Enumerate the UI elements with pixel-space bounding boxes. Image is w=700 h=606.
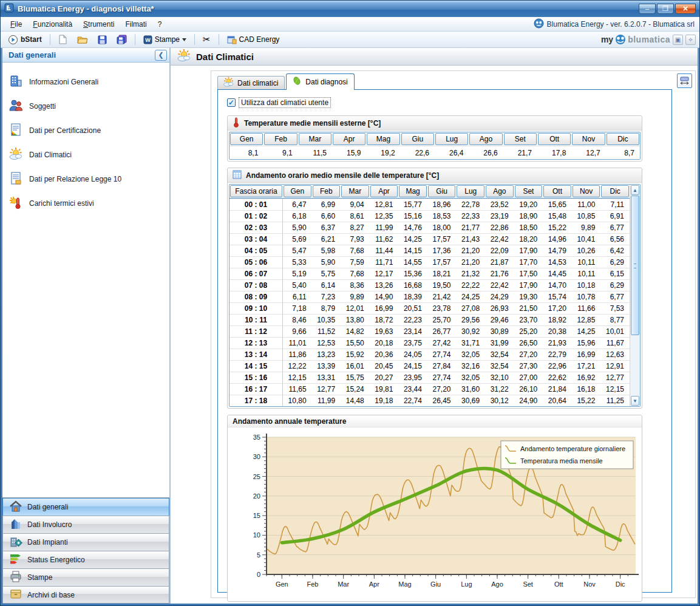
month-header-cell[interactable]: Giu <box>428 185 456 197</box>
hourly-temperature-cell[interactable]: 27,00 <box>514 372 543 383</box>
save-button[interactable] <box>94 33 110 46</box>
month-header-cell[interactable]: Apr <box>370 185 398 197</box>
hourly-temperature-cell[interactable]: 17,20 <box>543 302 572 314</box>
month-header-cell[interactable]: Ago <box>469 133 502 145</box>
hourly-temperature-cell[interactable]: 22,79 <box>543 349 572 360</box>
hourly-temperature-cell[interactable]: 10,35 <box>312 314 341 325</box>
hourly-temperature-cell[interactable]: 18,72 <box>370 314 399 325</box>
hourly-temperature-cell[interactable]: 11,99 <box>312 395 341 406</box>
hourly-temperature-cell[interactable]: 12,77 <box>312 383 341 395</box>
hourly-temperature-cell[interactable]: 26,45 <box>427 395 457 406</box>
hourly-temperature-cell[interactable]: 18,96 <box>427 199 457 210</box>
scrollbar-thumb[interactable] <box>631 196 639 335</box>
save-all-button[interactable] <box>113 33 131 46</box>
hourly-temperature-cell[interactable]: 17,90 <box>514 279 543 291</box>
hourly-temperature-cell[interactable]: 30,92 <box>456 325 485 337</box>
hourly-temperature-cell[interactable]: 15,65 <box>543 199 572 210</box>
sidebar-item-2[interactable]: Dati per Certificazione <box>8 118 169 143</box>
hourly-temperature-cell[interactable]: 30,69 <box>456 395 485 406</box>
hourly-temperature-cell[interactable]: 14,25 <box>398 233 427 245</box>
hourly-temperature-cell[interactable]: 10,18 <box>572 279 601 291</box>
hourly-temperature-cell[interactable]: 17,57 <box>427 233 457 245</box>
month-header-cell[interactable]: Mag <box>399 185 427 197</box>
hourly-temperature-cell[interactable]: 8,27 <box>341 222 370 233</box>
hourly-temperature-cell[interactable]: 17,21 <box>572 360 601 372</box>
hourly-temperature-cell[interactable]: 21,32 <box>456 268 485 279</box>
hourly-temperature-cell[interactable]: 15,96 <box>572 337 601 349</box>
hourly-temperature-cell[interactable]: 11,01 <box>283 337 312 349</box>
hourly-temperature-cell[interactable]: 31,60 <box>456 383 485 395</box>
hourly-temperature-cell[interactable]: 11,52 <box>312 325 341 337</box>
month-header-cell[interactable]: Mar <box>341 185 369 197</box>
hourly-temperature-cell[interactable]: 7,53 <box>600 302 630 314</box>
hourly-temperature-cell[interactable]: 12,15 <box>283 372 312 383</box>
month-header-cell[interactable]: Lug <box>435 133 468 145</box>
hourly-temperature-cell[interactable]: 12,53 <box>312 337 341 349</box>
hourly-temperature-cell[interactable]: 15,50 <box>341 337 370 349</box>
hourly-temperature-cell[interactable]: 19,30 <box>514 291 543 302</box>
scroll-down-button[interactable]: ▼ <box>631 396 639 406</box>
month-header-cell[interactable]: Feb <box>264 133 297 145</box>
hourly-temperature-cell[interactable]: 6,37 <box>312 222 341 233</box>
hourly-temperature-cell[interactable]: 19,50 <box>427 279 457 291</box>
monthly-temperature-cell[interactable]: 8,1 <box>229 146 263 159</box>
hourly-temperature-cell[interactable]: 17,70 <box>514 256 543 268</box>
hourly-temperature-cell[interactable]: 30,89 <box>485 325 514 337</box>
hourly-temperature-cell[interactable]: 18,50 <box>514 222 543 233</box>
hourly-temperature-cell[interactable]: 18,39 <box>398 291 427 302</box>
nav-button-1[interactable]: Dati Involucro <box>2 516 169 533</box>
monthly-temperature-cell[interactable]: 12,7 <box>571 146 605 159</box>
month-header-cell[interactable]: Mag <box>367 133 399 145</box>
hourly-temperature-cell[interactable]: 27,74 <box>427 349 457 360</box>
hourly-temperature-cell[interactable]: 6,18 <box>283 210 312 222</box>
hourly-temperature-cell[interactable]: 11,25 <box>600 395 630 406</box>
hourly-temperature-cell[interactable]: 12,85 <box>572 314 601 325</box>
hourly-temperature-cell[interactable]: 15,92 <box>341 349 370 360</box>
hourly-temperature-cell[interactable]: 31,71 <box>456 337 485 349</box>
hourly-temperature-cell[interactable]: 32,05 <box>456 372 485 383</box>
hourly-temperature-cell[interactable]: 8,46 <box>283 314 312 325</box>
news-icon[interactable]: ✧ <box>685 35 696 45</box>
hourly-temperature-cell[interactable]: 15,48 <box>543 210 572 222</box>
hourly-temperature-cell[interactable]: 6,42 <box>600 245 630 256</box>
hourly-temperature-cell[interactable]: 14,53 <box>543 256 572 268</box>
tab-dati-diagnosi[interactable]: Dati diagnosi <box>286 73 354 90</box>
hourly-temperature-cell[interactable]: 8,61 <box>341 210 370 222</box>
hourly-temperature-cell[interactable]: 14,70 <box>543 279 572 291</box>
tab-dati-climatici[interactable]: Dati climatici <box>217 76 285 90</box>
cad-energy-button[interactable]: CAD Energy <box>223 33 284 46</box>
hourly-temperature-cell[interactable]: 6,77 <box>600 291 630 302</box>
hourly-temperature-cell[interactable]: 15,16 <box>398 210 427 222</box>
hourly-temperature-cell[interactable]: 24,90 <box>514 395 543 406</box>
hourly-temperature-cell[interactable]: 23,95 <box>398 372 427 383</box>
hourly-temperature-cell[interactable]: 31,99 <box>485 337 514 349</box>
nav-button-5[interactable]: Archivi di base <box>2 586 169 604</box>
hourly-temperature-cell[interactable]: 21,42 <box>427 291 457 302</box>
new-document-button[interactable] <box>55 33 71 46</box>
hourly-temperature-cell[interactable]: 11,62 <box>370 233 399 245</box>
hourly-temperature-cell[interactable]: 22,09 <box>485 245 514 256</box>
hourly-temperature-cell[interactable]: 15,24 <box>341 383 370 395</box>
hourly-temperature-cell[interactable]: 23,52 <box>485 199 514 210</box>
hourly-temperature-cell[interactable]: 23,70 <box>514 314 543 325</box>
hourly-temperature-cell[interactable]: 22,23 <box>398 314 427 325</box>
monthly-temperature-cell[interactable]: 17,8 <box>537 146 571 159</box>
monthly-temperature-cell[interactable]: 15,9 <box>332 146 366 159</box>
hourly-temperature-cell[interactable]: 15,22 <box>543 222 572 233</box>
hourly-temperature-cell[interactable]: 7,11 <box>600 199 630 210</box>
hourly-temperature-cell[interactable]: 13,31 <box>312 372 341 383</box>
hourly-temperature-cell[interactable]: 8,36 <box>341 279 370 291</box>
checkbox-label[interactable]: Utilizza dati climatici utente <box>239 98 330 107</box>
hourly-temperature-cell[interactable]: 6,29 <box>600 279 630 291</box>
month-header-cell[interactable]: Feb <box>313 185 341 197</box>
hourly-temperature-cell[interactable]: 6,14 <box>312 279 341 291</box>
hourly-temperature-cell[interactable]: 19,20 <box>514 199 543 210</box>
hourly-temperature-cell[interactable]: 18,20 <box>514 233 543 245</box>
hourly-temperature-cell[interactable]: 14,76 <box>398 222 427 233</box>
hourly-temperature-cell[interactable]: 20,18 <box>370 337 399 349</box>
hourly-temperature-cell[interactable]: 11,67 <box>600 337 630 349</box>
hourly-temperature-cell[interactable]: 27,42 <box>427 337 457 349</box>
hourly-temperature-cell[interactable]: 6,29 <box>600 256 630 268</box>
hourly-temperature-cell[interactable]: 10,78 <box>572 291 601 302</box>
hourly-temperature-cell[interactable]: 13,80 <box>341 314 370 325</box>
